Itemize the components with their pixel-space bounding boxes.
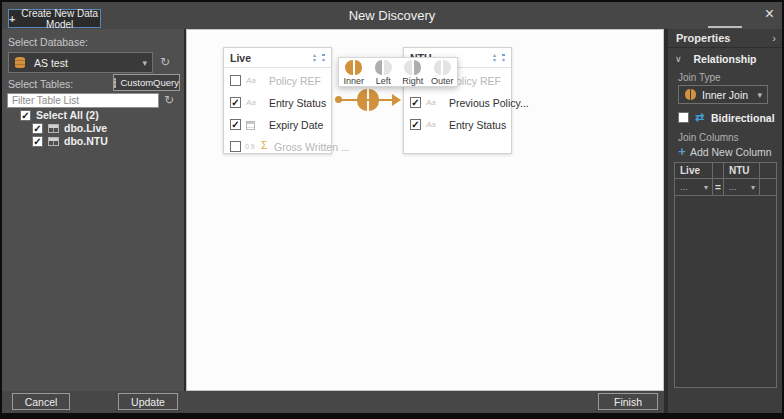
live-column-select[interactable]: ... ▾	[675, 179, 713, 195]
left-join-icon	[375, 60, 392, 75]
plus-icon: +	[678, 146, 686, 158]
chevron-down-icon: ▾	[757, 90, 767, 100]
inner-join-icon	[685, 89, 696, 100]
column-label: Gross Written ...	[274, 141, 350, 153]
column-label: Previous Policy...	[449, 97, 529, 109]
plus-icon: +	[9, 13, 15, 25]
filter-table-input[interactable]	[7, 93, 159, 108]
ntu-column-select[interactable]: ... ▾	[724, 179, 760, 195]
model-canvas: Live ▴ ▾ ▴ Aa Policy REF ✓ Aa	[186, 29, 664, 391]
chevron-down-icon: ▾	[142, 58, 152, 68]
refresh-tables-icon[interactable]: ↻	[164, 94, 174, 106]
column-label: Entry Status	[269, 97, 326, 109]
bottom-bar: Cancel Update Finish	[2, 391, 664, 413]
custom-query-icon	[114, 78, 116, 88]
select-database-label: Select Database:	[8, 36, 88, 48]
join-option-left[interactable]: Left	[369, 58, 399, 86]
table-icon	[48, 124, 59, 133]
custom-query-button[interactable]: CustomQuery	[113, 74, 180, 91]
column-checkbox[interactable]	[230, 75, 241, 86]
table-card-live[interactable]: Live ▴ ▾ ▴ Aa Policy REF ✓ Aa	[223, 47, 332, 154]
table-item-dbo-live[interactable]: ✓ dbo.Live	[32, 122, 107, 134]
text-type-icon: Aa	[246, 98, 256, 107]
close-icon[interactable]: ×	[765, 5, 774, 23]
add-new-column-button[interactable]: + Add New Column	[668, 146, 782, 158]
column-row: Aa Policy REF	[224, 70, 331, 92]
select-all-row[interactable]: ✓ Select All (2)	[20, 109, 99, 121]
column-label: Expiry Date	[269, 119, 323, 131]
dbo-live-label: dbo.Live	[64, 122, 107, 134]
grid-header-ntu: NTU	[724, 163, 760, 178]
equals-operator: =	[713, 179, 724, 195]
join-option-right[interactable]: Right	[398, 58, 428, 86]
join-type-value: Inner Join	[702, 89, 748, 101]
sort-icon[interactable]: ▴ ▾	[493, 53, 496, 63]
join-type-popup: Inner Left Right Outer	[338, 57, 458, 87]
collapse-icon[interactable]: ▴	[322, 54, 325, 62]
join-option-label: Inner	[343, 76, 364, 86]
properties-panel: Properties › ∨ Relationship Join Type In…	[668, 29, 782, 413]
number-type-icon: 0.9	[245, 143, 255, 150]
cancel-button[interactable]: Cancel	[12, 393, 70, 410]
column-label: Policy REF	[269, 75, 321, 87]
text-type-icon: Aa	[426, 120, 436, 129]
join-option-inner[interactable]: Inner	[339, 58, 369, 86]
column-checkbox[interactable]: ✓	[230, 97, 241, 108]
create-button-label: Create New Data Model	[19, 8, 100, 30]
dbo-ntu-label: dbo.NTU	[64, 135, 108, 147]
table-item-dbo-ntu[interactable]: ✓ dbo.NTU	[32, 135, 108, 147]
column-checkbox[interactable]: ✓	[410, 97, 421, 108]
bidirectional-arrows-icon: ⇄	[695, 111, 704, 124]
create-new-data-model-button[interactable]: + Create New Data Model	[8, 9, 101, 28]
join-option-label: Right	[402, 76, 423, 86]
database-icon	[15, 57, 25, 68]
collapse-icon[interactable]: ▴	[502, 54, 505, 62]
chevron-right-icon[interactable]: ›	[772, 32, 776, 44]
column-checkbox[interactable]	[230, 141, 241, 152]
database-value: AS test	[34, 57, 68, 69]
column-row: 0.9 Σ Gross Written ...	[224, 136, 331, 158]
join-option-label: Left	[376, 76, 391, 86]
right-join-icon	[404, 60, 421, 75]
bidirectional-label: Bidirectional	[711, 112, 775, 124]
chevron-expand-icon[interactable]: ∨	[675, 54, 682, 64]
select-all-checkbox[interactable]: ✓	[20, 110, 31, 121]
dbo-ntu-checkbox[interactable]: ✓	[32, 136, 43, 147]
dialog-title: New Discovery	[2, 2, 782, 29]
column-checkbox[interactable]: ✓	[230, 119, 241, 130]
database-dropdown[interactable]: AS test ▾	[8, 52, 153, 73]
relationship-section-header[interactable]: ∨ Relationship	[668, 50, 782, 67]
column-checkbox[interactable]: ✓	[410, 119, 421, 130]
sigma-icon: Σ	[261, 140, 267, 151]
grid-mapping-row: ... ▾ = ... ▾	[675, 179, 776, 196]
column-row: ✓ Aa Entry Status	[404, 114, 511, 136]
text-type-icon: Aa	[246, 76, 256, 85]
join-type-dropdown[interactable]: Inner Join ▾	[678, 85, 768, 104]
grid-extra-cell	[760, 179, 776, 195]
grid-header-row: Live NTU	[675, 163, 776, 179]
inner-join-icon	[345, 60, 362, 75]
custom-query-label: CustomQuery	[120, 77, 179, 88]
chevron-down-icon: ▾	[751, 183, 759, 192]
sidebar: Select Database: AS test ▾ ↻ Select Tabl…	[2, 29, 184, 391]
inner-join-connector-icon[interactable]	[357, 89, 379, 111]
join-option-outer[interactable]: Outer	[428, 58, 458, 86]
finish-button[interactable]: Finish	[598, 393, 658, 410]
update-button[interactable]: Update	[118, 393, 178, 410]
table-icon	[48, 137, 59, 146]
column-row: ✓ Aa Previous Policy...	[404, 92, 511, 114]
outer-join-icon	[434, 60, 451, 75]
app-window: New Discovery + Create New Data Model × …	[0, 0, 784, 419]
relationship-title: Relationship	[668, 53, 782, 65]
dbo-live-checkbox[interactable]: ✓	[32, 123, 43, 134]
live-card-header: Live ▴ ▾ ▴	[224, 48, 331, 68]
date-type-icon	[246, 121, 255, 130]
title-bar: New Discovery + Create New Data Model ×	[2, 2, 782, 29]
bidirectional-checkbox[interactable]	[678, 112, 689, 123]
join-option-label: Outer	[431, 76, 454, 86]
refresh-database-icon[interactable]: ↻	[160, 56, 170, 68]
select-all-label: Select All (2)	[36, 109, 99, 121]
sort-icon[interactable]: ▴ ▾	[313, 53, 316, 63]
join-type-label: Join Type	[678, 72, 721, 83]
column-row: ✓ Expiry Date	[224, 114, 331, 136]
